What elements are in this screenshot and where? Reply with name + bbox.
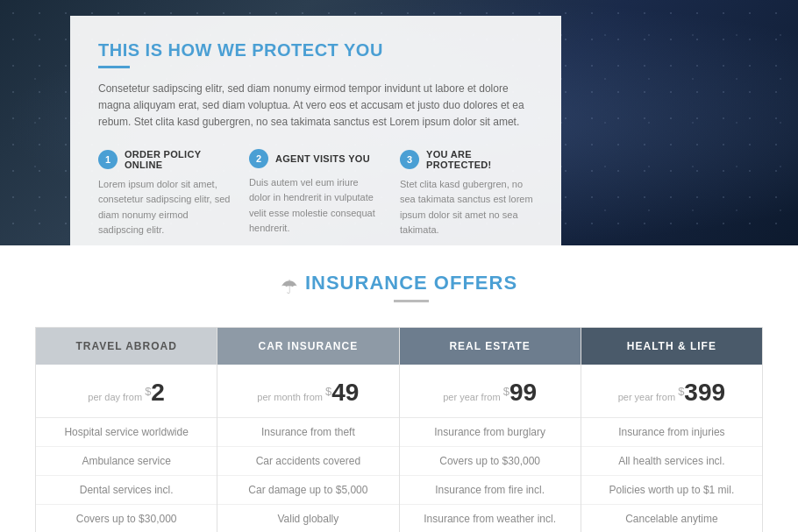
step-3: 3 YOU ARE PROTECTED! Stet clita kasd gub…	[400, 149, 533, 238]
feature-item: Valid globally	[217, 505, 398, 532]
feature-item: Insurance from fire incl.	[400, 476, 581, 505]
price-value-2: 49	[331, 379, 359, 406]
step-title-1: ORDER POLICY ONLINE	[125, 149, 232, 170]
step-text-3: Stet clita kasd gubergren, no sea takima…	[400, 177, 533, 238]
price-value-4: 399	[684, 379, 725, 406]
step-header-1: 1 ORDER POLICY ONLINE	[98, 149, 232, 170]
card-3: REAL ESTATE per year from $99 Insurance …	[400, 328, 581, 532]
card-header-1: TRAVEL ABROAD	[36, 328, 217, 365]
feature-item: All health services incl.	[581, 447, 762, 476]
price-value-3: 99	[509, 379, 537, 406]
card-features-3: Insurance from burglaryCovers up to $30,…	[400, 418, 581, 532]
hero-section: THIS IS HOW WE PROTECT YOU Consetetur sa…	[0, 0, 798, 245]
step-num-3: 3	[400, 150, 419, 169]
section-underline	[394, 300, 429, 302]
hero-card: THIS IS HOW WE PROTECT YOU Consetetur sa…	[70, 16, 561, 245]
card-features-4: Insurance from injuriesAll health servic…	[581, 418, 762, 532]
feature-item: Insurance from theft	[217, 418, 398, 447]
price-label-1: per day from	[88, 392, 145, 402]
step-num-2: 2	[249, 149, 268, 168]
price-label-3: per year from	[443, 392, 502, 402]
card-header-3: REAL ESTATE	[400, 328, 581, 365]
hero-intro: Consetetur sadipscing elitr, sed diam no…	[98, 81, 533, 131]
step-title-2: AGENT VISITS YOU	[275, 153, 370, 164]
feature-item: Ambulance service	[36, 447, 217, 476]
feature-item: Insurance from injuries	[581, 418, 762, 447]
feature-item: Hospital service worldwide	[36, 418, 217, 447]
step-num-1: 1	[98, 150, 118, 169]
feature-item: Cancelable anytime	[581, 505, 762, 532]
hero-title-start: THIS IS HOW WE PROTECT	[98, 40, 344, 60]
hero-title-highlight: YOU	[344, 40, 383, 60]
feature-item: Insurance from weather incl.	[400, 505, 581, 532]
card-price-1: per day from $2	[36, 365, 217, 418]
section-title: INSURANCE OFFERS	[305, 272, 517, 294]
step-2: 2 AGENT VISITS YOU Duis autem vel eum ir…	[249, 149, 382, 238]
price-currency-3: $	[503, 385, 509, 398]
feature-item: Covers up to $30,000	[36, 505, 217, 532]
step-text-2: Duis autem vel eum iriure dolor in hendr…	[249, 175, 382, 237]
price-value-1: 2	[151, 379, 165, 406]
card-features-2: Insurance from theftCar accidents covere…	[217, 418, 398, 532]
card-price-2: per month from $49	[217, 365, 398, 418]
feature-item: Covers up to $30,000	[400, 447, 581, 476]
feature-item: Car accidents covered	[217, 447, 398, 476]
feature-item: Policies worth up to $1 mil.	[581, 476, 762, 505]
section-heading: ☂ INSURANCE OFFERS	[35, 272, 763, 302]
hero-underline	[98, 66, 130, 68]
feature-item: Car damage up to $5,000	[217, 476, 398, 505]
card-features-1: Hospital service worldwideAmbulance serv…	[36, 418, 217, 532]
card-price-4: per year from $399	[581, 365, 762, 418]
cards-container: TRAVEL ABROAD per day from $2 Hospital s…	[35, 327, 763, 532]
card-2: CAR INSURANCE per month from $49 Insuran…	[217, 328, 399, 532]
card-header-4: HEALTH & LIFE	[581, 328, 762, 365]
hero-title: THIS IS HOW WE PROTECT YOU	[98, 40, 533, 60]
insurance-section: ☂ INSURANCE OFFERS TRAVEL ABROAD per day…	[0, 245, 798, 532]
card-header-2: CAR INSURANCE	[217, 328, 398, 365]
step-header-2: 2 AGENT VISITS YOU	[249, 149, 382, 168]
steps-container: 1 ORDER POLICY ONLINE Lorem ipsum dolor …	[98, 149, 533, 238]
feature-item: Insurance from burglary	[400, 418, 581, 447]
feature-item: Dental services incl.	[36, 476, 217, 505]
card-price-3: per year from $99	[400, 365, 581, 418]
step-header-3: 3 YOU ARE PROTECTED!	[400, 149, 533, 170]
price-label-4: per year from	[618, 392, 678, 402]
card-4: HEALTH & LIFE per year from $399 Insuran…	[581, 328, 762, 532]
step-text-1: Lorem ipsum dolor sit amet, consetetur s…	[98, 177, 232, 238]
step-1: 1 ORDER POLICY ONLINE Lorem ipsum dolor …	[98, 149, 232, 238]
step-title-3: YOU ARE PROTECTED!	[426, 149, 533, 170]
umbrella-icon: ☂	[281, 276, 298, 299]
card-1: TRAVEL ABROAD per day from $2 Hospital s…	[36, 328, 217, 532]
price-label-2: per month from	[257, 392, 325, 402]
